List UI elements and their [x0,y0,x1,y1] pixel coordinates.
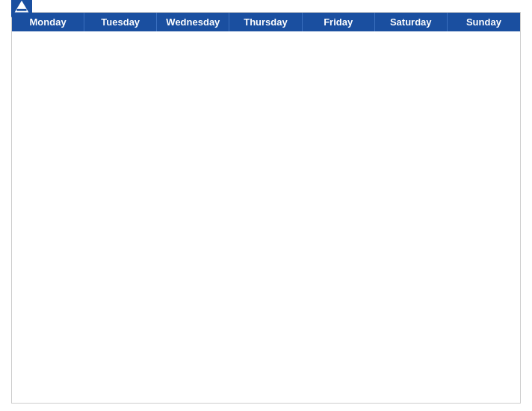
day-header-wednesday: Wednesday [157,13,229,31]
day-headers: MondayTuesdayWednesdayThursdayFridaySatu… [12,13,520,31]
weeks-container [12,31,520,403]
logo [11,0,34,18]
calendar-grid: MondayTuesdayWednesdayThursdayFridaySatu… [11,12,521,404]
calendar-page: MondayTuesdayWednesdayThursdayFridaySatu… [0,0,532,411]
day-header-tuesday: Tuesday [84,13,157,31]
day-header-saturday: Saturday [375,13,448,31]
day-header-sunday: Sunday [448,13,520,31]
day-header-friday: Friday [303,13,375,31]
svg-rect-2 [16,9,26,11]
logo-icon [11,0,32,18]
day-header-thursday: Thursday [229,13,302,31]
